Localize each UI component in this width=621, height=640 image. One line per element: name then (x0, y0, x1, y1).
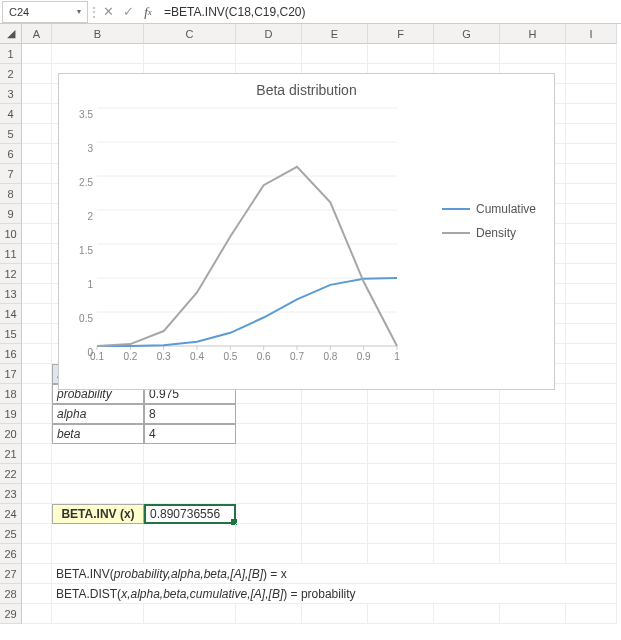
cell[interactable] (22, 564, 52, 584)
cell[interactable] (500, 364, 566, 384)
row-header[interactable]: 8 (0, 184, 22, 204)
cell[interactable] (302, 244, 368, 264)
cell[interactable] (22, 104, 52, 124)
col-header[interactable]: G (434, 24, 500, 44)
cell[interactable] (434, 244, 500, 264)
cell[interactable] (566, 264, 617, 284)
cell[interactable] (566, 304, 617, 324)
cell[interactable] (368, 464, 434, 484)
cell[interactable] (144, 164, 236, 184)
row-header[interactable]: 12 (0, 264, 22, 284)
cell[interactable] (52, 44, 144, 64)
cell[interactable] (500, 344, 566, 364)
cell[interactable] (236, 364, 302, 384)
cell[interactable] (434, 44, 500, 64)
name-box[interactable]: C24 ▾ (2, 1, 88, 23)
cell[interactable] (22, 244, 52, 264)
cell[interactable] (500, 64, 566, 84)
cell[interactable] (236, 104, 302, 124)
cell[interactable] (52, 104, 144, 124)
cell[interactable] (368, 604, 434, 624)
cell[interactable] (302, 344, 368, 364)
note-cell[interactable]: BETA.INV(probability,alpha,beta,[A],[B] … (52, 564, 617, 584)
cell[interactable] (52, 164, 144, 184)
cell[interactable] (22, 544, 52, 564)
row-header[interactable]: 20 (0, 424, 22, 444)
row-header[interactable]: 21 (0, 444, 22, 464)
cell[interactable] (52, 224, 144, 244)
row-header[interactable]: 22 (0, 464, 22, 484)
cell[interactable] (566, 164, 617, 184)
cell[interactable] (302, 144, 368, 164)
cell[interactable] (500, 204, 566, 224)
cell[interactable] (22, 284, 52, 304)
cell[interactable] (302, 404, 368, 424)
row-header[interactable]: 6 (0, 144, 22, 164)
col-header[interactable]: E (302, 24, 368, 44)
cell[interactable] (22, 384, 52, 404)
row-header[interactable]: 25 (0, 524, 22, 544)
col-header[interactable]: D (236, 24, 302, 44)
cell[interactable] (566, 104, 617, 124)
cell[interactable] (52, 244, 144, 264)
cell[interactable] (302, 224, 368, 244)
cell[interactable] (144, 344, 236, 364)
cell[interactable] (22, 44, 52, 64)
cell[interactable] (144, 304, 236, 324)
cell[interactable] (368, 484, 434, 504)
cell[interactable] (566, 464, 617, 484)
cell[interactable] (236, 424, 302, 444)
arg-name[interactable]: alpha (52, 404, 144, 424)
cell[interactable] (368, 404, 434, 424)
cell[interactable] (434, 344, 500, 364)
cell[interactable] (434, 404, 500, 424)
cell[interactable] (302, 524, 368, 544)
cell[interactable] (302, 264, 368, 284)
cell[interactable] (52, 524, 144, 544)
arg-name[interactable]: probability (52, 384, 144, 404)
cell[interactable] (144, 544, 236, 564)
cell[interactable] (236, 44, 302, 64)
cell[interactable] (236, 184, 302, 204)
row-header[interactable]: 9 (0, 204, 22, 224)
cell[interactable] (144, 64, 236, 84)
cell[interactable] (52, 544, 144, 564)
cell[interactable] (566, 524, 617, 544)
cell[interactable] (22, 504, 52, 524)
cell[interactable] (52, 264, 144, 284)
cell[interactable] (566, 124, 617, 144)
arg-value[interactable]: 4 (144, 424, 236, 444)
cell[interactable] (52, 464, 144, 484)
cell[interactable] (144, 84, 236, 104)
cell[interactable] (566, 324, 617, 344)
col-header[interactable]: F (368, 24, 434, 44)
note-cell[interactable]: BETA.DIST(x,alpha,beta,cumulative,[A],[B… (52, 584, 617, 604)
cell[interactable] (302, 364, 368, 384)
cell[interactable] (368, 184, 434, 204)
cell[interactable] (22, 264, 52, 284)
cell[interactable] (52, 144, 144, 164)
cell[interactable] (302, 124, 368, 144)
row-header[interactable]: 14 (0, 304, 22, 324)
cell[interactable] (302, 464, 368, 484)
cell[interactable] (144, 264, 236, 284)
cell[interactable] (434, 124, 500, 144)
cell[interactable] (302, 284, 368, 304)
cell[interactable] (368, 304, 434, 324)
cell[interactable] (500, 404, 566, 424)
row-header[interactable]: 5 (0, 124, 22, 144)
col-header[interactable]: A (22, 24, 52, 44)
cell[interactable] (22, 424, 52, 444)
cell[interactable] (566, 504, 617, 524)
cell[interactable] (566, 364, 617, 384)
cell[interactable] (566, 44, 617, 64)
cell[interactable] (500, 264, 566, 284)
cell[interactable] (302, 324, 368, 344)
cell[interactable] (434, 144, 500, 164)
cell[interactable] (236, 64, 302, 84)
cell[interactable] (302, 64, 368, 84)
cell[interactable] (22, 344, 52, 364)
row-header[interactable]: 13 (0, 284, 22, 304)
cell[interactable] (22, 364, 52, 384)
cell[interactable] (236, 464, 302, 484)
